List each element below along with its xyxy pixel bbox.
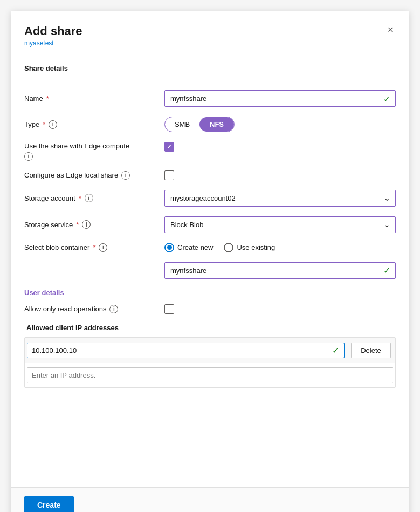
user-details-title: User details	[24, 289, 396, 297]
edge-local-checkbox-col	[164, 170, 396, 180]
name-field-row: Name * ✓	[24, 90, 396, 107]
ip-new-row	[25, 363, 395, 387]
edge-compute-checkbox-col: ✓	[164, 142, 174, 152]
ip-input-cell: ✓	[25, 338, 347, 363]
storage-account-required: *	[79, 194, 81, 202]
storage-account-field-row: Storage account * i mystorageaccount02 ⌄	[24, 190, 396, 207]
blob-radio-group: Create new Use existing	[164, 243, 396, 252]
ip-new-input[interactable]	[27, 367, 393, 383]
storage-service-select[interactable]: Block Blob	[164, 216, 396, 233]
ip-section-title: Allowed client IP addresses	[24, 324, 396, 332]
ip-new-input-cell	[25, 363, 395, 387]
edge-local-info-icon[interactable]: i	[121, 171, 130, 180]
blob-container-radio-group: Create new Use existing	[164, 243, 396, 252]
storage-service-info-icon[interactable]: i	[82, 220, 91, 229]
edge-local-label: Configure as Edge local share i	[24, 171, 164, 180]
type-label: Type * i	[24, 120, 164, 129]
storage-service-required: *	[76, 221, 79, 229]
delete-button[interactable]: Delete	[351, 343, 391, 358]
name-input[interactable]	[164, 90, 396, 107]
read-only-checkbox-col	[164, 304, 396, 314]
create-new-radio-inner	[167, 245, 172, 250]
name-check-icon: ✓	[383, 93, 390, 104]
ip-entry-row: ✓ Delete	[25, 338, 395, 363]
storage-account-info-icon[interactable]: i	[85, 194, 93, 202]
read-only-info-icon[interactable]: i	[109, 305, 118, 313]
use-existing-label: Use existing	[237, 243, 275, 251]
ip-table-section: Allowed client IP addresses ✓ Delete	[24, 324, 396, 388]
create-new-radio-outer	[164, 243, 174, 252]
dialog-footer: Create	[11, 487, 409, 512]
storage-account-select-wrapper: mystorageaccount02 ⌄	[164, 190, 396, 207]
type-field-row: Type * i SMB NFS	[24, 117, 396, 132]
create-new-label: Create new	[177, 243, 213, 251]
read-only-label: Allow only read operations i	[24, 305, 164, 313]
read-only-field-row: Allow only read operations i	[24, 304, 396, 314]
edge-local-checkbox[interactable]	[164, 170, 174, 180]
storage-service-field-row: Storage service * i Block Blob ⌄	[24, 216, 396, 233]
storage-account-label: Storage account * i	[24, 194, 164, 202]
dialog-body: Share details Name * ✓ Type * i	[11, 56, 409, 487]
share-details-section-title: Share details	[24, 64, 396, 72]
name-label: Name *	[24, 94, 164, 103]
storage-service-select-wrapper: Block Blob ⌄	[164, 216, 396, 233]
read-only-checkbox[interactable]	[164, 304, 174, 314]
blob-container-field-row: Select blob container * i Create new	[24, 243, 396, 252]
name-required-star: *	[46, 94, 49, 103]
storage-account-select[interactable]: mystorageaccount02	[164, 190, 396, 207]
type-required-star: *	[43, 120, 45, 128]
delete-btn-cell: Delete	[347, 340, 395, 360]
edge-compute-info-icon[interactable]: i	[24, 152, 33, 161]
type-toggle-group: SMB NFS	[164, 117, 235, 132]
type-nfs-option[interactable]: NFS	[199, 117, 234, 132]
edge-compute-label: Use the share with Edge compute	[24, 142, 164, 150]
container-name-input-wrapper: ✓	[164, 262, 396, 279]
blob-info-icon[interactable]: i	[99, 243, 107, 252]
close-button[interactable]: ×	[383, 22, 398, 37]
dialog-subtitle: myasetest	[24, 39, 396, 47]
type-smb-option[interactable]: SMB	[165, 117, 199, 132]
use-existing-radio-option[interactable]: Use existing	[224, 243, 275, 252]
type-toggle: SMB NFS	[164, 117, 396, 132]
edge-compute-checkbox[interactable]: ✓	[164, 142, 174, 152]
create-new-radio-option[interactable]: Create new	[164, 243, 213, 252]
edge-local-field-row: Configure as Edge local share i	[24, 170, 396, 180]
user-details-section: User details Allow only read operations …	[24, 289, 396, 388]
edge-compute-row: Use the share with Edge compute i ✓	[24, 142, 396, 161]
blob-container-label: Select blob container * i	[24, 243, 164, 252]
storage-service-label: Storage service * i	[24, 220, 164, 229]
container-name-field-row: ✓	[24, 262, 396, 279]
edge-compute-label-col: Use the share with Edge compute i	[24, 142, 164, 161]
ip-input[interactable]	[27, 343, 345, 358]
dialog-title: Add share	[24, 24, 396, 38]
name-input-wrapper: ✓	[164, 90, 396, 107]
container-name-check-icon: ✓	[383, 265, 390, 276]
container-name-input[interactable]	[164, 262, 396, 279]
add-share-dialog: Add share myasetest × Share details Name…	[11, 11, 409, 512]
type-info-icon[interactable]: i	[49, 120, 57, 129]
section-divider	[24, 81, 396, 81]
dialog-header: Add share myasetest ×	[11, 11, 409, 56]
blob-container-section: Select blob container * i Create new	[24, 243, 396, 279]
blob-required: *	[93, 243, 95, 251]
use-existing-radio-outer	[224, 243, 233, 252]
edge-compute-checkmark: ✓	[167, 143, 172, 151]
create-button[interactable]: Create	[24, 496, 74, 512]
ip-check-icon: ✓	[332, 345, 339, 356]
